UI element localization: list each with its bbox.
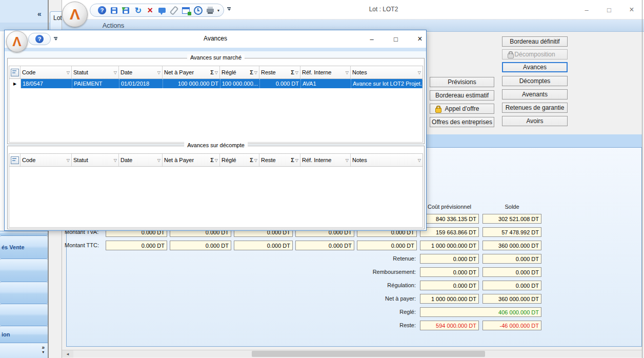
table-add-icon[interactable] (182, 5, 191, 16)
regulation-solde-field[interactable]: 0.000 DT (482, 281, 541, 290)
grid-avances-decompte[interactable]: Code▽ Statut▽ Date▽ Net à PayerΣ▽ RégléΣ… (9, 153, 423, 228)
avoirs-button[interactable]: Avoirs (502, 116, 568, 126)
dialog-customize-toolbar-icon[interactable] (54, 37, 57, 41)
filter-icon[interactable]: ▽ (114, 70, 117, 75)
sum-icon[interactable]: Σ (291, 69, 294, 75)
collapse-pane-icon[interactable]: « (33, 8, 46, 19)
print-dropdown-icon[interactable]: ▾ (217, 8, 219, 13)
ttc-cout-field[interactable]: 1 000 000.000 DT (420, 241, 479, 250)
filter-icon[interactable]: ▽ (157, 70, 160, 75)
filter-icon[interactable]: ▽ (215, 158, 218, 163)
ttc-field-3[interactable]: 0.000 DT (234, 241, 293, 250)
column-header-notes[interactable]: Notes▽ (351, 154, 422, 166)
dialog-close-button[interactable]: × (413, 34, 427, 44)
save-close-icon[interactable] (122, 5, 131, 16)
filter-icon[interactable]: ▽ (254, 158, 257, 163)
decomptes-button[interactable]: Décomptes (502, 76, 568, 86)
sum-icon[interactable]: Σ (250, 157, 253, 163)
column-header-net-a-payer[interactable]: Net à PayerΣ▽ (163, 154, 220, 166)
filter-icon[interactable]: ▽ (157, 158, 160, 163)
sidebar-item-ion[interactable]: ion (0, 326, 48, 343)
cell-regle[interactable]: 100 000.000... (220, 79, 260, 88)
refresh-icon[interactable]: ↻ (133, 5, 143, 16)
regle-field[interactable]: 406 000.000 DT (420, 307, 541, 317)
cell-ref-interne[interactable]: AVA1 (301, 79, 351, 88)
filter-icon[interactable]: ▽ (67, 70, 70, 75)
avenants-button[interactable]: Avenants (502, 89, 568, 100)
ttc-field-2[interactable]: 0.000 DT (170, 241, 231, 250)
help-icon[interactable]: ? (97, 5, 107, 16)
column-header-date[interactable]: Date▽ (119, 66, 163, 78)
column-header-reste[interactable]: ResteΣ▽ (259, 66, 300, 78)
column-header-notes[interactable]: Notes▽ (351, 66, 422, 78)
previsions-button[interactable]: Prévisions (430, 77, 494, 87)
column-header-net-a-payer[interactable]: Net à PayerΣ▽ (163, 66, 220, 78)
filter-icon[interactable]: ▽ (295, 70, 298, 75)
column-header-code[interactable]: Code▽ (21, 154, 72, 166)
reste-solde-field[interactable]: -46 000.000 DT (482, 321, 541, 330)
grid-avances-marche[interactable]: Code▽ Statut▽ Date▽ Net à PayerΣ▽ RégléΣ… (9, 66, 423, 143)
history-icon[interactable] (193, 5, 203, 16)
sum-icon[interactable]: Σ (250, 69, 253, 75)
tab-actions[interactable]: Actions (83, 22, 144, 29)
remboursement-solde-field[interactable]: 0.000 DT (482, 267, 541, 277)
dialog-help-button[interactable]: ? (28, 33, 51, 45)
ttc-field-4[interactable]: 0.000 DT (295, 241, 354, 250)
filter-icon[interactable]: ▽ (215, 70, 218, 75)
comment-icon[interactable] (157, 5, 167, 16)
bordereau-definitif-button[interactable]: Bordereau définitif (502, 36, 568, 47)
offres-entreprises-button[interactable]: Offres des entreprises (430, 117, 494, 127)
filter-icon[interactable]: ▽ (346, 70, 349, 75)
sidebar-item[interactable] (0, 282, 48, 304)
column-header-regle[interactable]: RégléΣ▽ (220, 154, 259, 166)
regulation-cout-field[interactable]: 0.000 DT (420, 281, 479, 290)
column-header-regle[interactable]: RégléΣ▽ (220, 66, 259, 78)
cell-date[interactable]: 01/01/2018 (119, 79, 163, 88)
bordereau-estimatif-button[interactable]: Bordereau estimatif (430, 90, 494, 101)
tva-cout-field[interactable]: 159 663.866 DT (420, 227, 479, 237)
ttc-field-1[interactable]: 0.000 DT (106, 241, 167, 250)
remboursement-cout-field[interactable]: 0.000 DT (420, 267, 479, 277)
filter-icon[interactable]: ▽ (295, 158, 298, 163)
ht-cout-field[interactable]: 840 336.135 DT (420, 214, 479, 224)
sidebar-item-vente[interactable]: és Vente (0, 235, 48, 258)
print-icon[interactable] (206, 5, 215, 16)
filter-icon[interactable]: ▽ (418, 158, 421, 163)
cell-statut[interactable]: PAIEMENT (72, 79, 119, 88)
column-header-ref-interne[interactable]: Réf. Interne▽ (300, 154, 351, 166)
sidebar-item[interactable] (0, 231, 48, 235)
minimize-button[interactable]: – (579, 4, 594, 15)
cell-net-a-payer[interactable]: 100 000.000 DT (163, 79, 220, 88)
sidebar-item[interactable] (0, 304, 48, 326)
sum-icon[interactable]: Σ (210, 157, 214, 163)
cell-notes[interactable]: Avance sur lot LOT2 Projet... (351, 79, 422, 88)
delete-icon[interactable]: × (146, 5, 155, 16)
filter-icon[interactable]: ▽ (254, 70, 257, 75)
sidebar-item[interactable] (0, 258, 48, 282)
cell-code[interactable]: 18/0547 (21, 79, 72, 88)
sidebar-overflow-icon[interactable]: » ▾ (42, 345, 45, 354)
appel-offre-button[interactable]: Appel d'offre (430, 104, 494, 114)
grid-settings-icon[interactable] (9, 66, 21, 78)
column-header-code[interactable]: Code▽ (21, 66, 72, 78)
sum-icon[interactable]: Σ (210, 69, 214, 75)
save-icon[interactable] (109, 5, 118, 16)
avances-button[interactable]: Avances (502, 62, 568, 72)
ttc-field-5[interactable]: 0.000 DT (357, 241, 417, 250)
column-header-date[interactable]: Date▽ (119, 154, 163, 166)
filter-icon[interactable]: ▽ (346, 158, 349, 163)
filter-icon[interactable]: ▽ (418, 70, 421, 75)
ttc-solde-field[interactable]: 360 000.000 DT (482, 241, 541, 250)
maximize-button[interactable]: □ (601, 4, 617, 15)
horizontal-scrollbar[interactable]: ◂ (62, 350, 642, 357)
paperclip-icon[interactable] (169, 5, 178, 16)
column-header-ref-interne[interactable]: Réf. Interne▽ (300, 66, 351, 78)
retenue-solde-field[interactable]: 0.000 DT (482, 254, 541, 264)
table-row-selected[interactable]: ▶ 18/0547 PAIEMENT 01/01/2018 100 000.00… (9, 79, 422, 88)
retenues-garantie-button[interactable]: Retenues de garantie (502, 103, 568, 113)
tva-solde-field[interactable]: 57 478.992 DT (482, 227, 541, 237)
column-header-statut[interactable]: Statut▽ (72, 66, 119, 78)
sum-icon[interactable]: Σ (291, 157, 294, 163)
cell-reste[interactable]: 0.000 DT (260, 79, 301, 88)
dialog-maximize-button[interactable]: □ (389, 34, 402, 44)
